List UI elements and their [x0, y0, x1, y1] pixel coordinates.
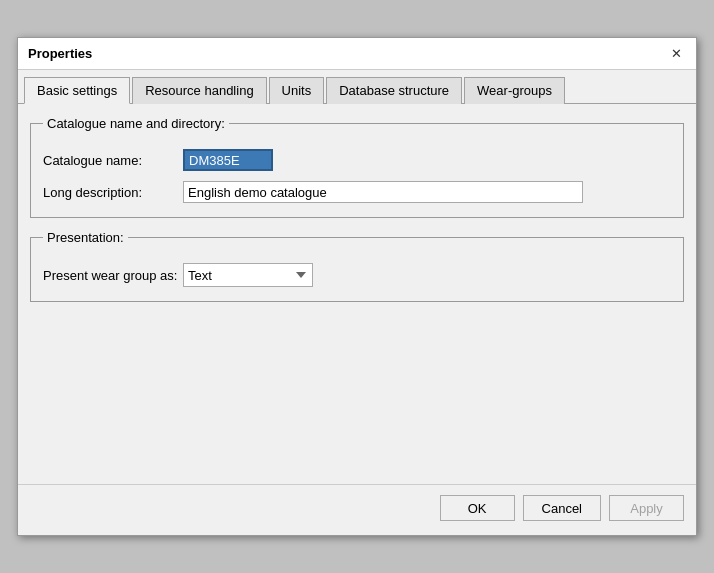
close-button[interactable]: ✕ — [666, 44, 686, 64]
present-wear-row: Present wear group as: Text Image Icon — [43, 263, 671, 287]
catalogue-name-row: Catalogue name: — [43, 149, 671, 171]
long-description-input[interactable] — [183, 181, 583, 203]
tab-resource-handling[interactable]: Resource handling — [132, 77, 266, 104]
presentation-section-legend: Presentation: — [43, 230, 128, 245]
catalogue-section-legend: Catalogue name and directory: — [43, 116, 229, 131]
content-area: Catalogue name and directory: Catalogue … — [18, 104, 696, 484]
button-bar: OK Cancel Apply — [18, 484, 696, 535]
dialog-title: Properties — [28, 46, 92, 61]
tab-basic-settings[interactable]: Basic settings — [24, 77, 130, 104]
tab-database-structure[interactable]: Database structure — [326, 77, 462, 104]
close-icon: ✕ — [671, 46, 682, 61]
ok-button[interactable]: OK — [440, 495, 515, 521]
tab-units[interactable]: Units — [269, 77, 325, 104]
catalogue-name-input[interactable] — [183, 149, 273, 171]
present-wear-select[interactable]: Text Image Icon — [183, 263, 313, 287]
apply-button[interactable]: Apply — [609, 495, 684, 521]
tab-bar: Basic settings Resource handling Units D… — [18, 70, 696, 104]
catalogue-section: Catalogue name and directory: Catalogue … — [30, 116, 684, 218]
long-description-label: Long description: — [43, 185, 183, 200]
title-bar: Properties ✕ — [18, 38, 696, 70]
cancel-button[interactable]: Cancel — [523, 495, 601, 521]
tab-wear-groups[interactable]: Wear-groups — [464, 77, 565, 104]
presentation-section: Presentation: Present wear group as: Tex… — [30, 230, 684, 302]
long-description-row: Long description: — [43, 181, 671, 203]
catalogue-name-label: Catalogue name: — [43, 153, 183, 168]
present-wear-label: Present wear group as: — [43, 268, 183, 283]
properties-dialog: Properties ✕ Basic settings Resource han… — [17, 37, 697, 536]
